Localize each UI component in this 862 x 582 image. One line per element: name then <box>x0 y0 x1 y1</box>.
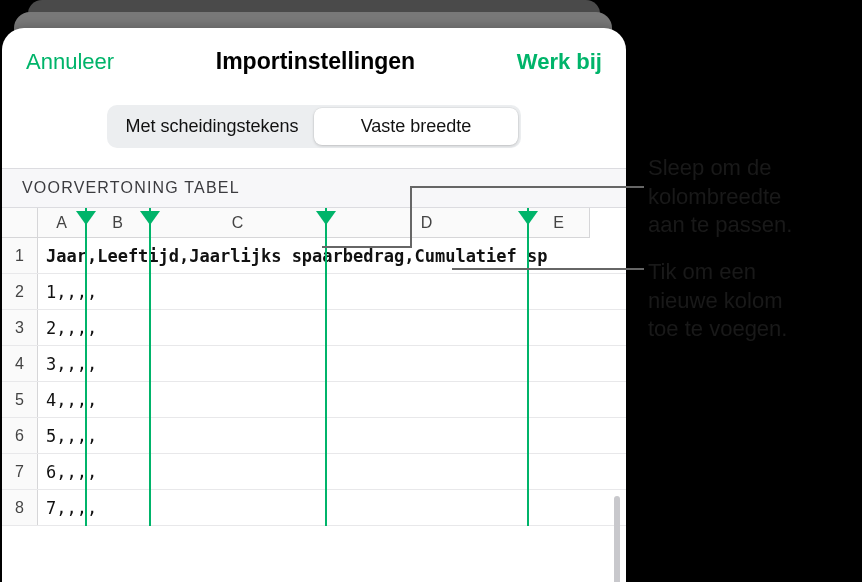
column-header-d[interactable]: D <box>326 208 528 238</box>
row-content[interactable]: 7,,,, <box>38 490 626 525</box>
cancel-button[interactable]: Annuleer <box>26 49 114 75</box>
vertical-scrollbar[interactable] <box>614 496 620 582</box>
callout-connector <box>410 186 412 248</box>
column-divider-handle-icon[interactable] <box>316 211 336 225</box>
column-divider-handle-icon[interactable] <box>140 211 160 225</box>
table-row[interactable]: 32,,,, <box>2 310 626 346</box>
callout-tap-add-column: Tik om een nieuwe kolom toe te voegen. <box>648 258 787 344</box>
row-content[interactable]: 6,,,, <box>38 454 626 489</box>
row-content[interactable]: 2,,,, <box>38 310 626 345</box>
callout-connector <box>452 268 644 270</box>
import-type-segmented[interactable]: Met scheidingstekens Vaste breedte <box>107 105 521 148</box>
callout-drag-width: Sleep om de kolombreedte aan te passen. <box>648 154 792 240</box>
table-row[interactable]: 54,,,, <box>2 382 626 418</box>
row-content[interactable]: 1,,,, <box>38 274 626 309</box>
row-number[interactable]: 1 <box>2 238 38 273</box>
row-content[interactable]: 4,,,, <box>38 382 626 417</box>
row-number[interactable]: 6 <box>2 418 38 453</box>
row-number[interactable]: 4 <box>2 346 38 381</box>
table-row[interactable]: 21,,,, <box>2 274 626 310</box>
callout-connector <box>410 186 644 188</box>
update-button[interactable]: Werk bij <box>517 49 602 75</box>
row-number[interactable]: 8 <box>2 490 38 525</box>
row-number[interactable]: 3 <box>2 310 38 345</box>
row-content[interactable]: 3,,,, <box>38 346 626 381</box>
column-header-c[interactable]: C <box>150 208 326 238</box>
corner-cell <box>2 208 38 238</box>
column-divider-handle-icon[interactable] <box>518 211 538 225</box>
sheet-title: Importinstellingen <box>216 48 415 75</box>
sheet-header: Annuleer Importinstellingen Werk bij <box>2 28 626 87</box>
row-number[interactable]: 2 <box>2 274 38 309</box>
segment-fixed-width[interactable]: Vaste breedte <box>314 108 518 145</box>
table-row[interactable]: 43,,,, <box>2 346 626 382</box>
row-content[interactable]: 5,,,, <box>38 418 626 453</box>
table-row[interactable]: 87,,,, <box>2 490 626 526</box>
table-preview-label: VOORVERTONING TABEL <box>2 168 626 208</box>
row-number[interactable]: 7 <box>2 454 38 489</box>
callout-connector <box>322 246 412 248</box>
segment-delimited[interactable]: Met scheidingstekens <box>110 108 314 145</box>
table-row[interactable]: 76,,,, <box>2 454 626 490</box>
table-preview[interactable]: A B C D E 1Jaar,Leeftijd,Jaarlijks spaar… <box>2 208 626 526</box>
row-number[interactable]: 5 <box>2 382 38 417</box>
column-divider-handle-icon[interactable] <box>76 211 96 225</box>
table-row[interactable]: 65,,,, <box>2 418 626 454</box>
import-settings-sheet: Annuleer Importinstellingen Werk bij Met… <box>2 28 626 582</box>
